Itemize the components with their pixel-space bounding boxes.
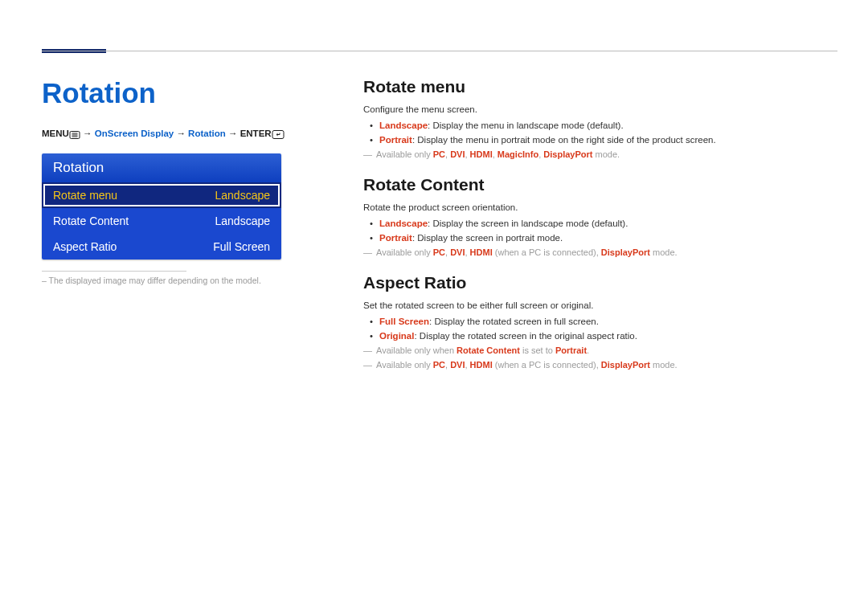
note-hl: PC bbox=[433, 149, 445, 159]
breadcrumb: MENU → OnScreen Display → Rotation → ENT… bbox=[42, 129, 347, 139]
osd-title: Rotation bbox=[42, 153, 281, 182]
page-body: Rotation MENU → OnScreen Display → Rotat… bbox=[42, 77, 837, 386]
bullet-item: Original: Display the rotated screen in … bbox=[379, 331, 837, 341]
section-title: Aspect Ratio bbox=[363, 273, 837, 292]
note-text: . bbox=[587, 345, 589, 355]
note-hl: DVI bbox=[450, 360, 465, 370]
bullet-rest: : Display the menu in portrait mode on t… bbox=[412, 135, 716, 145]
note-text: is set to bbox=[520, 345, 555, 355]
note: Available only when Rotate Content is se… bbox=[363, 345, 837, 355]
note: Available only PC, DVI, HDMI, MagicInfo,… bbox=[363, 149, 837, 159]
note: Available only PC, DVI, HDMI (when a PC … bbox=[363, 247, 837, 257]
note-text: Available only bbox=[376, 149, 433, 159]
bullet-highlight: Landscape bbox=[379, 219, 428, 228]
note-hl: DVI bbox=[450, 247, 465, 257]
note-text: mode. bbox=[592, 149, 620, 159]
bullet-item: Full Screen: Display the rotated screen … bbox=[379, 317, 837, 326]
bullet-item: Portrait: Display the menu in portrait m… bbox=[379, 135, 837, 145]
osd-row-value: Landscape bbox=[215, 215, 270, 227]
breadcrumb-arrow-1: → bbox=[80, 129, 95, 138]
bullet-highlight: Original bbox=[379, 331, 414, 341]
note-hl: DisplayPort bbox=[543, 149, 592, 159]
note-hl: HDMI bbox=[470, 149, 493, 159]
bullet-rest: : Display the screen in portrait mode. bbox=[412, 233, 563, 243]
note-text: mode. bbox=[650, 360, 678, 370]
section-rotate-menu: Rotate menu Configure the menu screen. L… bbox=[363, 77, 837, 159]
bullet-item: Landscape: Display the screen in landsca… bbox=[379, 219, 837, 228]
breadcrumb-arrow-3: → bbox=[226, 129, 240, 138]
breadcrumb-item-2: Rotation bbox=[188, 129, 226, 138]
bullet-rest: : Display the screen in landscape mode (… bbox=[428, 219, 628, 228]
note-hl: DisplayPort bbox=[601, 360, 650, 370]
note-hl: HDMI bbox=[470, 360, 493, 370]
osd-panel: Rotation Rotate menu Landscape Rotate Co… bbox=[42, 153, 281, 260]
note-hl: DVI bbox=[450, 149, 465, 159]
bullet-rest: : Display the rotated screen in full scr… bbox=[429, 317, 599, 326]
bullet-list: Landscape: Display the menu in landscape… bbox=[363, 121, 837, 145]
breadcrumb-item-1: OnScreen Display bbox=[95, 129, 174, 138]
bullet-item: Portrait: Display the screen in portrait… bbox=[379, 233, 837, 243]
note-text: (when a PC is connected), bbox=[493, 360, 601, 370]
note-hl: DisplayPort bbox=[601, 247, 650, 257]
section-desc: Configure the menu screen. bbox=[363, 104, 837, 114]
note-hl: Portrait bbox=[555, 345, 587, 355]
section-desc: Set the rotated screen to be either full… bbox=[363, 300, 837, 310]
bullet-list: Full Screen: Display the rotated screen … bbox=[363, 317, 837, 341]
osd-row-label: Rotate menu bbox=[53, 189, 117, 202]
section-title: Rotate menu bbox=[363, 77, 837, 96]
note-hl: PC bbox=[433, 360, 445, 370]
osd-caption: The displayed image may differ depending… bbox=[42, 276, 347, 285]
osd-row-label: Aspect Ratio bbox=[53, 240, 117, 253]
note-text: Available only bbox=[376, 360, 433, 370]
osd-row-rotate-menu[interactable]: Rotate menu Landscape bbox=[42, 182, 281, 208]
bullet-list: Landscape: Display the screen in landsca… bbox=[363, 219, 837, 243]
note-hl: HDMI bbox=[470, 247, 493, 257]
section-title: Rotate Content bbox=[363, 175, 837, 194]
bullet-rest: : Display the rotated screen in the orig… bbox=[414, 331, 637, 341]
right-column: Rotate menu Configure the menu screen. L… bbox=[363, 77, 837, 386]
breadcrumb-arrow-2: → bbox=[174, 129, 188, 138]
bullet-highlight: Portrait bbox=[379, 233, 412, 243]
osd-row-value: Full Screen bbox=[213, 240, 270, 253]
note: Available only PC, DVI, HDMI (when a PC … bbox=[363, 360, 837, 370]
left-column: Rotation MENU → OnScreen Display → Rotat… bbox=[42, 77, 363, 386]
osd-body: Rotate menu Landscape Rotate Content Lan… bbox=[42, 182, 281, 260]
osd-row-rotate-content[interactable]: Rotate Content Landscape bbox=[42, 208, 281, 234]
note-text: (when a PC is connected), bbox=[493, 247, 601, 257]
bullet-highlight: Landscape bbox=[379, 121, 428, 130]
bullet-item: Landscape: Display the menu in landscape… bbox=[379, 121, 837, 130]
note-text: Available only bbox=[376, 247, 433, 257]
note-hl: Rotate Content bbox=[457, 345, 520, 355]
osd-row-value: Landscape bbox=[215, 189, 270, 202]
osd-row-label: Rotate Content bbox=[53, 215, 129, 227]
section-rotate-content: Rotate Content Rotate the product screen… bbox=[363, 175, 837, 257]
note-text: mode. bbox=[650, 247, 678, 257]
section-aspect-ratio: Aspect Ratio Set the rotated screen to b… bbox=[363, 273, 837, 370]
bullet-highlight: Full Screen bbox=[379, 317, 429, 326]
note-hl: PC bbox=[433, 247, 445, 257]
note-text: Available only when bbox=[376, 345, 457, 355]
section-desc: Rotate the product screen orientation. bbox=[363, 202, 837, 212]
enter-icon bbox=[272, 129, 285, 139]
menu-icon bbox=[69, 129, 80, 139]
caption-rule bbox=[42, 271, 186, 272]
bullet-rest: : Display the menu in landscape mode (de… bbox=[428, 121, 624, 130]
note-hl: MagicInfo bbox=[497, 149, 538, 159]
bullet-highlight: Portrait bbox=[379, 135, 412, 145]
osd-row-aspect-ratio[interactable]: Aspect Ratio Full Screen bbox=[42, 234, 281, 260]
breadcrumb-enter: ENTER bbox=[240, 129, 272, 138]
breadcrumb-menu: MENU bbox=[42, 129, 69, 138]
page-title: Rotation bbox=[42, 77, 347, 109]
header-rule bbox=[42, 51, 837, 51]
